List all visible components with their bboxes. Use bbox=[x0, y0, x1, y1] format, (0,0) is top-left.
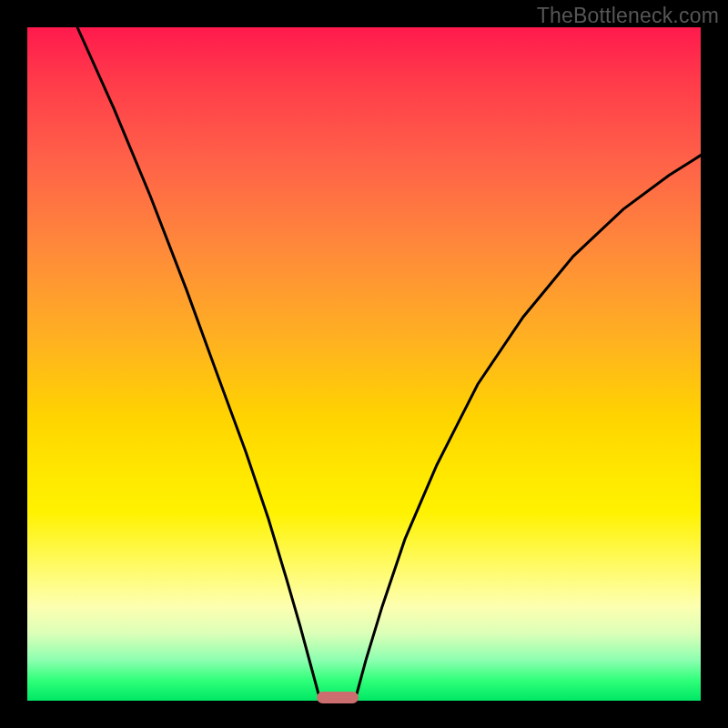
left-curve-path bbox=[77, 27, 318, 694]
right-curve-path bbox=[357, 156, 701, 694]
bottleneck-marker bbox=[317, 692, 359, 703]
outer-frame: TheBottleneck.com bbox=[0, 0, 728, 728]
plot-area bbox=[27, 27, 701, 701]
watermark-text: TheBottleneck.com bbox=[537, 4, 719, 28]
curve-layer bbox=[27, 27, 701, 701]
